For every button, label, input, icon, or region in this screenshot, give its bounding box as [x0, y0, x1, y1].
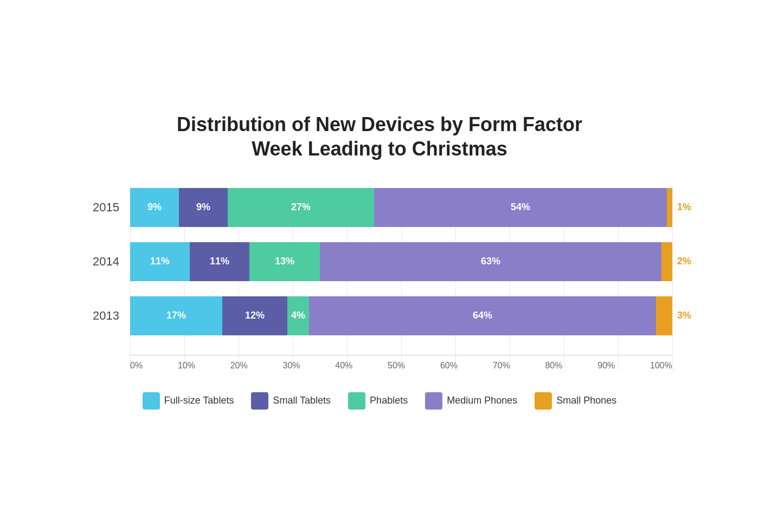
bar-year-label: 2015 [87, 200, 130, 215]
bar-segment-small_phones: 1% [667, 188, 672, 227]
bar-segment-medium_phones: 54% [374, 188, 667, 227]
bar-year-label: 2014 [87, 255, 130, 269]
bar-row: 20159%9%27%54%1% [87, 188, 672, 227]
chart-container: Distribution of New Devices by Form Fact… [54, 90, 705, 442]
axis-ticks: 0%10%20%30%40%50%60%70%80%90%100% [130, 361, 672, 371]
axis-tick: 60% [440, 361, 458, 371]
legend-label-small_phones: Small Phones [556, 395, 616, 406]
bars-section: 20159%9%27%54%1%201411%11%13%63%2%201317… [87, 188, 672, 351]
bar-row: 201411%11%13%63%2% [87, 242, 672, 281]
outside-label: 1% [677, 202, 691, 213]
outside-label: 3% [677, 310, 691, 321]
bar-segment-phablets: 13% [249, 242, 320, 281]
legend-label-small_tablets: Small Tablets [273, 395, 331, 406]
axis-tick: 0% [130, 361, 143, 371]
outside-label: 2% [677, 256, 691, 267]
legend-item-fullsize_tablets: Full-size Tablets [143, 392, 234, 410]
bar-segment-phablets: 4% [287, 296, 309, 335]
legend-swatch-small_tablets [251, 392, 268, 410]
legend-label-fullsize_tablets: Full-size Tablets [164, 395, 234, 406]
axis-tick: 40% [335, 361, 352, 371]
chart-title-line2: Week Leading to Christmas [252, 138, 507, 160]
bar-segment-fullsize_tablets: 9% [130, 188, 179, 227]
legend-swatch-medium_phones [425, 392, 442, 410]
chart-title: Distribution of New Devices by Form Fact… [87, 112, 672, 161]
chart-title-line1: Distribution of New Devices by Form Fact… [177, 113, 582, 135]
axis-tick: 90% [597, 361, 615, 371]
legend-swatch-small_phones [535, 392, 552, 410]
bar-segment-phablets: 27% [228, 188, 374, 227]
bars-with-grid: 20159%9%27%54%1%201411%11%13%63%2%201317… [87, 188, 672, 371]
legend-swatch-fullsize_tablets [143, 392, 160, 410]
axis-tick: 30% [282, 361, 300, 371]
bar-wrapper: 17%12%4%64%3% [130, 296, 672, 335]
legend-item-small_phones: Small Phones [535, 392, 616, 410]
legend-item-medium_phones: Medium Phones [425, 392, 517, 410]
axis-tick: 70% [493, 361, 510, 371]
bar-segment-small_tablets: 9% [179, 188, 228, 227]
grid-line [672, 188, 673, 371]
axis-tick: 10% [178, 361, 195, 371]
legend-item-small_tablets: Small Tablets [251, 392, 331, 410]
bar-segment-small_phones: 2% [661, 242, 672, 281]
bar-wrapper: 11%11%13%63%2% [130, 242, 672, 281]
legend-label-medium_phones: Medium Phones [447, 395, 517, 406]
legend-swatch-phablets [348, 392, 365, 410]
axis-tick: 100% [650, 361, 672, 371]
bar-segment-medium_phones: 64% [309, 296, 656, 335]
legend-item-phablets: Phablets [348, 392, 408, 410]
legend-label-phablets: Phablets [370, 395, 408, 406]
axis-tick: 80% [545, 361, 562, 371]
bar-segment-fullsize_tablets: 17% [130, 296, 222, 335]
axis-tick: 50% [388, 361, 405, 371]
bar-wrapper: 9%9%27%54%1% [130, 188, 672, 227]
axis-tick: 20% [230, 361, 248, 371]
bar-segment-small_tablets: 12% [222, 296, 287, 335]
axis-section: 0%10%20%30%40%50%60%70%80%90%100% [130, 355, 672, 371]
bar-row: 201317%12%4%64%3% [87, 296, 672, 335]
legend: Full-size TabletsSmall TabletsPhabletsMe… [87, 392, 672, 410]
bar-year-label: 2013 [87, 309, 130, 323]
bar-segment-small_phones: 3% [656, 296, 672, 335]
bar-segment-fullsize_tablets: 11% [130, 242, 190, 281]
bar-segment-small_tablets: 11% [190, 242, 249, 281]
bar-segment-medium_phones: 63% [320, 242, 661, 281]
